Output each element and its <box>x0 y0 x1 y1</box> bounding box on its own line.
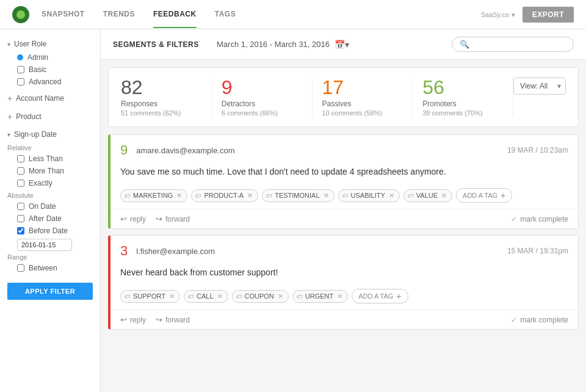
view-select-wrap: View: All <box>513 78 566 117</box>
add-tag-button-1[interactable]: ADD A TAG + <box>456 188 512 203</box>
forward-button-2[interactable]: ↪ forward <box>156 315 190 324</box>
basic-checkbox[interactable] <box>17 66 24 73</box>
nav-links: SNAPSHOT TRENDS FEEDBACK TAGS <box>42 1 481 28</box>
after-date-checkbox[interactable] <box>17 215 24 222</box>
tag-product-a: 🏷 PRODUCT-A ✕ <box>191 189 258 202</box>
remove-tag-urgent[interactable]: ✕ <box>337 292 342 300</box>
stat-passives: 17 Passives 10 comments (58%) <box>313 78 413 117</box>
on-date-checkbox[interactable] <box>17 203 24 210</box>
relative-label: Relative <box>0 142 100 153</box>
feedback-actions-2: ↩ reply ↪ forward ✓ mark complete <box>110 310 578 329</box>
feedback-card-1-header: 9 amare.davis@example.com 19 MAR / 10:23… <box>110 135 578 163</box>
advanced-checkbox[interactable] <box>17 78 24 85</box>
exactly-label: Exactly <box>29 179 52 187</box>
remove-tag-call[interactable]: ✕ <box>217 292 223 300</box>
search-input[interactable] <box>473 40 566 49</box>
tag-urgent: 🏷 URGENT ✕ <box>292 290 348 303</box>
nav-tags[interactable]: TAGS <box>215 1 236 28</box>
feedback-body-1: You save me so much time. Love that I do… <box>110 163 578 184</box>
search-icon: 🔍 <box>460 40 469 49</box>
apply-filter-button[interactable]: APPLY FILTER <box>7 283 93 300</box>
sidebar-item-advanced: Advanced <box>0 76 100 88</box>
basic-label: Basic <box>29 65 46 74</box>
nav-feedback[interactable]: FEEDBACK <box>153 1 197 28</box>
account-name-header[interactable]: + Account Name <box>0 90 100 106</box>
tag-icon: 🏷 <box>266 192 272 199</box>
check-icon-2: ✓ <box>511 316 517 324</box>
forward-icon: ↪ <box>156 214 162 223</box>
tag-icon: 🏷 <box>297 293 303 300</box>
remove-tag-coupon[interactable]: ✕ <box>278 292 283 300</box>
nav-right: SaaSy.co ▾ EXPORT <box>481 7 574 23</box>
email-2: l.fisher@example.com <box>136 247 507 256</box>
forward-label: forward <box>165 215 190 223</box>
tag-icon: 🏷 <box>125 192 131 199</box>
before-date-checkbox[interactable] <box>17 227 24 234</box>
remove-tag-usability[interactable]: ✕ <box>389 192 394 200</box>
tag-marketing: 🏷 MARKETING ✕ <box>120 189 187 202</box>
before-date-input[interactable] <box>17 239 72 251</box>
sidebar-item-admin: Admin <box>0 51 100 64</box>
promoters-number: 56 <box>422 78 503 97</box>
search-bar[interactable]: 🔍 <box>452 37 574 52</box>
reply-label-2: reply <box>130 316 146 324</box>
sidebar-section-product: + Product <box>0 109 100 125</box>
more-than-label: More Than <box>29 167 64 175</box>
main-content: SEGMENTS & FILTERS March 1, 2016 - March… <box>101 29 586 392</box>
reply-label: reply <box>130 215 146 223</box>
tag-icon: 🏷 <box>188 293 194 300</box>
export-button[interactable]: EXPORT <box>523 7 574 23</box>
nav-trends[interactable]: TRENDS <box>103 1 135 28</box>
email-1: amare.davis@example.com <box>136 146 507 155</box>
add-tag-plus-icon: + <box>501 191 505 200</box>
tag-testimonial: 🏷 TESTIMONIAL ✕ <box>262 189 334 202</box>
user-role-header[interactable]: ▾ User Role <box>0 37 100 51</box>
less-than-checkbox[interactable] <box>17 155 24 162</box>
signup-date-header[interactable]: ▾ Sign-up Date <box>0 127 100 142</box>
logo-inner <box>16 10 25 19</box>
add-tag-button-2[interactable]: ADD A TAG + <box>352 289 408 303</box>
feedback-actions-1: ↩ reply ↪ forward ✓ mark complete <box>110 209 578 228</box>
feedback-list: 9 amare.davis@example.com 19 MAR / 10:23… <box>101 134 586 337</box>
advanced-label: Advanced <box>29 78 61 86</box>
promoters-label: Promoters <box>422 100 503 108</box>
mark-complete-2[interactable]: ✓ mark complete <box>511 316 568 324</box>
between-checkbox[interactable] <box>17 264 24 272</box>
product-header[interactable]: + Product <box>0 109 100 125</box>
feedback-card-1: 9 amare.davis@example.com 19 MAR / 10:23… <box>108 134 579 229</box>
sub-header: SEGMENTS & FILTERS March 1, 2016 - March… <box>101 29 586 60</box>
remove-tag-value[interactable]: ✕ <box>441 192 447 200</box>
remove-tag-support[interactable]: ✕ <box>169 292 175 300</box>
reply-button-1[interactable]: ↩ reply <box>120 214 146 223</box>
product-label: Product <box>16 112 41 121</box>
responses-sub: 51 comments (62%) <box>121 109 201 117</box>
segments-filters-title: SEGMENTS & FILTERS <box>113 40 204 49</box>
passives-sub: 10 comments (58%) <box>322 109 403 117</box>
before-date-label: Before Date <box>29 227 68 235</box>
remove-tag-product-a[interactable]: ✕ <box>247 192 253 200</box>
reply-icon-2: ↩ <box>120 315 127 324</box>
range-label: Range <box>0 251 100 262</box>
tag-usability: 🏷 USABILITY ✕ <box>338 189 400 202</box>
reply-button-2[interactable]: ↩ reply <box>120 315 146 324</box>
remove-tag-marketing[interactable]: ✕ <box>176 192 182 200</box>
calendar-icon[interactable]: 📅▾ <box>335 40 349 49</box>
more-than-checkbox[interactable] <box>17 167 24 175</box>
date-1: 19 MAR / 10:23am <box>507 146 568 154</box>
mark-complete-1[interactable]: ✓ mark complete <box>511 215 568 223</box>
tag-icon: 🏷 <box>125 293 131 300</box>
forward-button-1[interactable]: ↪ forward <box>156 214 190 223</box>
remove-tag-testimonial[interactable]: ✕ <box>324 192 329 200</box>
promoters-sub: 39 comments (70%) <box>422 109 503 117</box>
account-selector[interactable]: SaaSy.co ▾ <box>481 10 515 19</box>
date-range-selector[interactable]: March 1, 2016 - March 31, 2016 📅▾ <box>217 40 349 49</box>
date-2: 15 MAR / 19:31pm <box>507 247 568 255</box>
sidebar-item-more-than: More Than <box>0 165 100 177</box>
account-name-label: Account Name <box>16 94 64 103</box>
stats-row: 82 Responses 51 comments (62%) 9 Detract… <box>108 67 579 127</box>
view-select[interactable]: View: All <box>513 78 566 95</box>
expand-icon-product: + <box>7 112 12 122</box>
nav-snapshot[interactable]: SNAPSHOT <box>42 1 85 28</box>
on-date-label: On Date <box>29 202 56 211</box>
exactly-checkbox[interactable] <box>17 180 24 187</box>
